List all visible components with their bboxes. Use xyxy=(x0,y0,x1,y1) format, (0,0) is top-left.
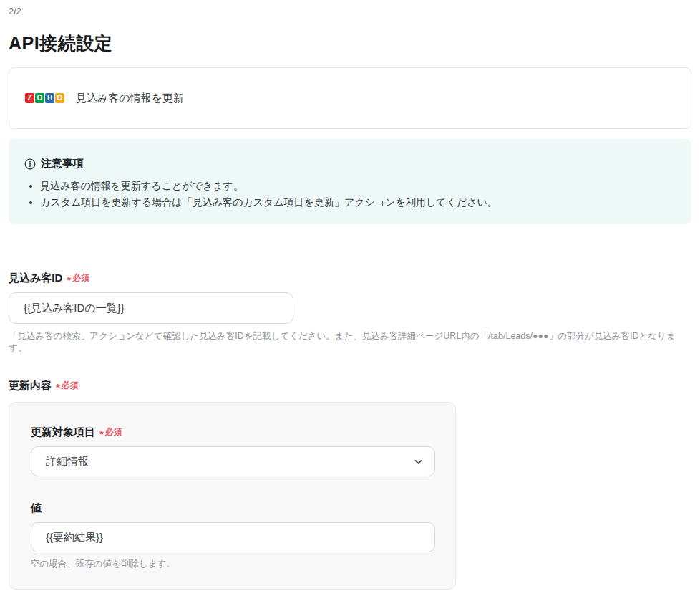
target-field-label: 更新対象項目 xyxy=(31,425,95,439)
update-content-label-row: 更新内容 * 必須 xyxy=(9,379,691,393)
zoho-logo-tile-o1: O xyxy=(35,93,44,103)
action-label: 見込み客の情報を更新 xyxy=(76,92,184,105)
required-badge: * 必須 xyxy=(67,272,89,284)
required-badge: * 必須 xyxy=(99,426,122,438)
zoho-logo-tile-o2: O xyxy=(55,93,64,103)
required-asterisk-icon: * xyxy=(67,274,71,285)
value-field-input[interactable] xyxy=(31,522,435,552)
required-asterisk-icon: * xyxy=(56,382,60,393)
lead-id-help-text: 「見込み客の検索」アクションなどで確認した見込み客IDを記載してください。また、… xyxy=(9,330,691,355)
value-field-label-row: 値 xyxy=(31,501,434,515)
chevron-down-icon xyxy=(414,457,423,466)
required-label: 必須 xyxy=(105,426,122,438)
update-content-section: 更新内容 * 必須 更新対象項目 * 必須 詳細情報 xyxy=(9,379,691,601)
lead-id-input[interactable] xyxy=(9,292,293,324)
lead-id-label-row: 見込み客ID * 必須 xyxy=(9,271,691,285)
info-icon xyxy=(24,158,36,170)
required-asterisk-icon: * xyxy=(99,428,104,439)
notes-list: 見込み客の情報を更新することができます。 カスタム項目を更新する場合は「見込み客… xyxy=(24,178,676,211)
zoho-logo-tile-z: Z xyxy=(25,93,34,103)
zoho-logo-icon: Z O H O xyxy=(25,93,64,103)
value-field-label: 値 xyxy=(31,501,42,515)
update-content-card: 更新対象項目 * 必須 詳細情報 値 空の場合、既存の値を削除します。 xyxy=(9,402,456,590)
notes-panel: 注意事項 見込み客の情報を更新することができます。 カスタム項目を更新する場合は… xyxy=(9,139,691,224)
target-field-select[interactable]: 詳細情報 xyxy=(31,446,435,476)
value-field-help-text: 空の場合、既存の値を削除します。 xyxy=(31,558,434,570)
note-item: カスタム項目を更新する場合は「見込み客のカスタム項目を更新」アクションを利用して… xyxy=(40,194,676,211)
note-item: 見込み客の情報を更新することができます。 xyxy=(40,178,676,194)
target-field-label-row: 更新対象項目 * 必須 xyxy=(31,425,434,439)
selected-action-box: Z O H O 見込み客の情報を更新 xyxy=(9,67,691,129)
lead-id-label: 見込み客ID xyxy=(9,271,62,285)
page-title: API接続設定 xyxy=(9,32,691,55)
required-label: 必須 xyxy=(72,272,89,284)
target-field-selected-value: 詳細情報 xyxy=(46,455,414,468)
required-badge: * 必須 xyxy=(56,380,79,392)
notes-header: 注意事項 xyxy=(24,157,676,170)
lead-id-section: 見込み客ID * 必須 「見込み客の検索」アクションなどで確認した見込み客IDを… xyxy=(9,271,691,355)
required-label: 必須 xyxy=(62,380,79,392)
zoho-logo-tile-h: H xyxy=(45,93,54,103)
notes-title: 注意事項 xyxy=(41,157,84,170)
update-content-label: 更新内容 xyxy=(9,379,52,393)
step-indicator: 2/2 xyxy=(9,6,691,16)
api-connection-settings-page: 2/2 API接続設定 Z O H O 見込み客の情報を更新 注意事項 見込み客… xyxy=(0,0,700,601)
